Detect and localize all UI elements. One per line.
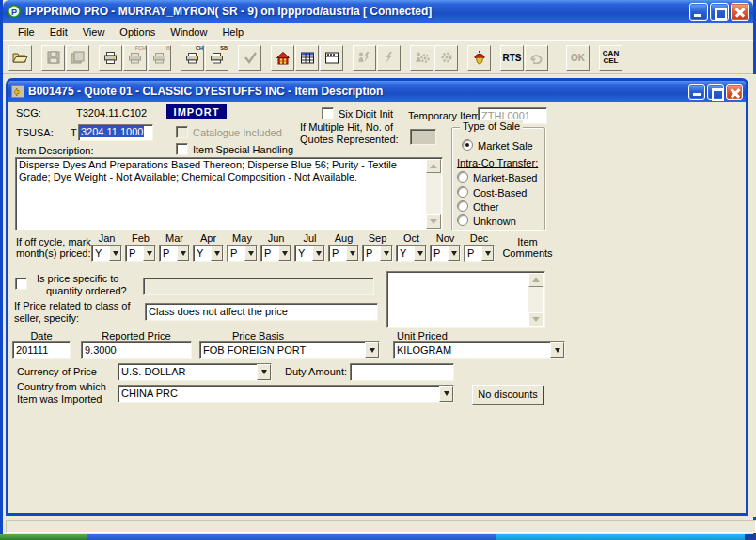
- active-taskbar-button[interactable]: [496, 534, 745, 540]
- redo-arrow-icon: [529, 52, 543, 64]
- country-label-line2: Item was Imported: [17, 393, 102, 405]
- month-priced-select-apr[interactable]: Y: [193, 245, 224, 262]
- month-priced-select-dec[interactable]: P: [464, 245, 495, 262]
- menu-help[interactable]: Help: [214, 24, 251, 40]
- market-sale-radio[interactable]: [462, 139, 473, 151]
- qty-specific-checkbox[interactable]: [15, 278, 27, 290]
- tsusa-field[interactable]: 3204.11.1000: [78, 124, 153, 141]
- month-priced-select-sep[interactable]: P: [362, 245, 393, 262]
- class-of-seller-field[interactable]: Class does not affect the price: [145, 303, 378, 321]
- system-tray: [745, 534, 756, 540]
- scg-label: SCG:: [16, 107, 41, 119]
- month-priced-select-aug[interactable]: P: [328, 245, 359, 262]
- tsusa-prefix: T: [71, 127, 77, 138]
- child-maximize-button[interactable]: [707, 84, 724, 100]
- tsusa-label: TSUSA:: [16, 127, 54, 138]
- currency-select[interactable]: U.S. DOLLAR: [118, 363, 272, 381]
- month-label: Jan: [91, 232, 122, 244]
- no-discounts-button[interactable]: No discounts: [472, 385, 543, 405]
- month-label: Mar: [159, 232, 190, 244]
- acorn-button[interactable]: [467, 45, 491, 71]
- month-cell-nov: Nov P: [430, 232, 461, 262]
- chevron-down-icon: [109, 246, 121, 261]
- unknown-radio[interactable]: [457, 214, 468, 226]
- redo-button: [525, 45, 548, 71]
- quotes-represented-field[interactable]: [410, 129, 436, 145]
- class-of-seller-label-line1: If Price related to class of: [14, 300, 131, 311]
- open-button[interactable]: [8, 45, 32, 71]
- child-minimize-button[interactable]: [688, 84, 705, 100]
- item-description-window: B001475 - Quote 01 - CLASSIC DYESTUFFS I…: [6, 78, 748, 516]
- menu-options[interactable]: Options: [112, 24, 163, 40]
- chevron-down-icon: [211, 246, 223, 261]
- menu-window[interactable]: Window: [163, 24, 214, 40]
- cost-based-label: Cost-Based: [473, 187, 527, 199]
- multiple-hit-label-line1: If Multiple Hit, No. of: [300, 121, 393, 133]
- type-of-sale-group: Type of Sale Market Sale Intra-Co Transf…: [451, 127, 545, 230]
- date-field[interactable]: 201111: [12, 341, 71, 359]
- month-cell-sep: Sep P: [362, 232, 393, 262]
- menu-file[interactable]: File: [10, 24, 42, 40]
- month-priced-select-jun[interactable]: P: [260, 245, 291, 262]
- taskbar-buttons[interactable]: [87, 534, 496, 540]
- grid-button[interactable]: [295, 45, 319, 71]
- maximize-button[interactable]: [710, 3, 729, 21]
- status-bar: [6, 520, 756, 533]
- market-sale-label: Market Sale: [478, 140, 533, 151]
- month-priced-select-nov[interactable]: P: [430, 245, 461, 262]
- child-close-button[interactable]: [726, 84, 743, 100]
- description-scrollbar[interactable]: [426, 159, 441, 229]
- home-button[interactable]: [271, 45, 294, 71]
- comments-scrollbar[interactable]: [528, 273, 543, 326]
- scg-value: T3204.11.C102: [76, 107, 147, 119]
- child-titlebar: B001475 - Quote 01 - CLASSIC DYESTUFFS I…: [8, 81, 746, 102]
- scroll-up-icon[interactable]: [528, 273, 543, 287]
- month-label: Jul: [294, 232, 325, 244]
- window-button[interactable]: [320, 45, 343, 71]
- month-label: Dec: [464, 232, 495, 244]
- month-priced-select-mar[interactable]: P: [159, 245, 190, 262]
- unit-priced-select[interactable]: KILOGRAM: [393, 341, 565, 359]
- chevron-down-icon: [414, 246, 426, 261]
- app-icon: P: [7, 4, 22, 19]
- print-sb-button[interactable]: SB: [205, 45, 228, 71]
- rts-button[interactable]: RTS: [500, 45, 524, 71]
- cancel-button[interactable]: CAN CEL: [599, 45, 622, 71]
- open-folder-icon: [12, 51, 28, 64]
- item-description-form: SCG: T3204.11.C102 IMPORT Six Digit Init…: [8, 102, 746, 513]
- item-comments-textarea[interactable]: [386, 271, 545, 328]
- duty-amount-field[interactable]: [350, 363, 454, 381]
- mdi-client: B001475 - Quote 01 - CLASSIC DYESTUFFS I…: [6, 74, 756, 517]
- month-priced-select-may[interactable]: P: [227, 245, 258, 262]
- scroll-down-icon[interactable]: [528, 312, 543, 326]
- cost-based-radio[interactable]: [457, 186, 468, 198]
- scroll-up-icon[interactable]: [426, 159, 441, 173]
- other-radio[interactable]: [457, 200, 468, 212]
- print-ch-button[interactable]: CH: [181, 45, 204, 71]
- month-label: Nov: [430, 232, 461, 244]
- chevron-down-icon: [346, 246, 358, 261]
- close-button[interactable]: [731, 3, 749, 21]
- reported-price-field[interactable]: 9.3000: [81, 341, 192, 359]
- special-handling-checkbox[interactable]: [176, 143, 188, 155]
- menu-view[interactable]: View: [75, 24, 113, 40]
- start-button[interactable]: [0, 534, 87, 540]
- six-digit-init-checkbox[interactable]: [322, 107, 334, 119]
- off-cycle-label-line2: month(s) priced:: [16, 247, 90, 259]
- menu-edit[interactable]: Edit: [42, 24, 75, 40]
- market-based-radio[interactable]: [457, 171, 468, 183]
- item-description-textarea[interactable]: Disperse Dyes And Preparations Based The…: [15, 157, 443, 230]
- unit-priced-label: Unit Priced: [397, 330, 448, 341]
- person-lightning-icon: [357, 51, 371, 64]
- month-priced-select-jul[interactable]: Y: [294, 245, 325, 262]
- month-label: Feb: [125, 232, 156, 244]
- minimize-button[interactable]: [689, 3, 708, 21]
- scroll-down-icon[interactable]: [426, 214, 441, 229]
- month-priced-select-feb[interactable]: P: [125, 245, 156, 262]
- chevron-down-icon: [257, 364, 271, 380]
- month-priced-select-jan[interactable]: Y: [91, 245, 122, 262]
- month-priced-select-oct[interactable]: Y: [396, 245, 427, 262]
- print-button[interactable]: [99, 45, 122, 71]
- price-basis-select[interactable]: FOB FOREIGN PORT: [199, 341, 380, 359]
- country-select[interactable]: CHINA PRC: [118, 385, 454, 403]
